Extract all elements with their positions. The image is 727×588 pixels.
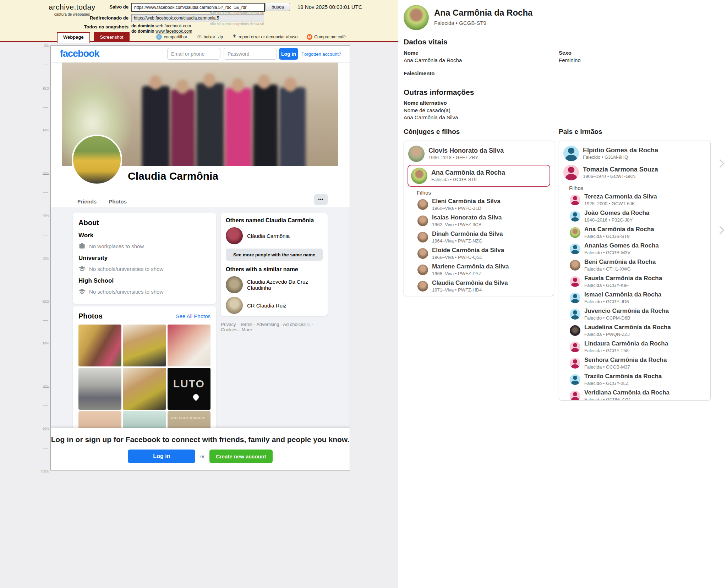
ruler-label-10[interactable]: 10% [43,86,49,89]
photo-tile-luto[interactable]: LUTO [168,368,211,410]
ruler-label-80[interactable]: 80% [43,384,49,388]
create-account-button[interactable]: Create new account [209,450,273,463]
ruler-label-20[interactable]: 20% [43,129,49,132]
photo-tile[interactable] [123,325,166,366]
person-row[interactable]: Juvencio Carmônia da RochaFalecido • GCP… [569,306,707,322]
person-row[interactable]: Claudia Azevedo Da Cruz Claudinha [226,276,323,293]
ruler-label-60[interactable]: 60% [43,299,49,303]
tab-photos[interactable]: Photos [109,196,127,207]
person-row[interactable]: Marlene Carmônia da Silva1968–Viva • PWF… [417,262,550,278]
person-row[interactable]: CR Claudia Ruiz [226,297,323,314]
facebook-footer-links[interactable]: Privacy · Terms · Advertising · Ad choic… [221,322,331,332]
person-name[interactable]: Cláudia Carmônia [247,233,290,239]
report-abuse-link[interactable]: report errar or denunciar abuso [232,34,297,40]
person-name[interactable]: Trazilo Carmônia da Rocha [584,373,662,380]
ruler-label-90[interactable]: 90% [43,427,49,430]
cover-face [232,78,244,92]
person-portrait[interactable] [404,5,429,30]
person-row[interactable]: Dinah Carmônia da Silva1964–Viva • PWFZ-… [417,229,550,245]
person-name[interactable]: CR Claudia Ruiz [247,303,286,309]
chevron-right-icon[interactable] [716,226,724,234]
profile-photo[interactable] [72,135,122,185]
person-name[interactable]: Claudia Carmônia da Silva [432,279,508,287]
login-button[interactable]: Log in [279,48,298,60]
person-name[interactable]: Ananias Gomes da Rocha [584,242,659,249]
see-all-photos-link[interactable]: See All Photos [176,313,211,319]
ruler-tick [43,150,48,150]
person-row[interactable]: Laudelina Carmônia da RochaFalecida • PW… [569,322,707,339]
person-name[interactable]: Isaias Honorato da Silva [432,214,502,221]
person-name[interactable]: Clovis Honorato da Silva [428,147,504,154]
person-row[interactable]: Eleni Carmônia da Silva1960–Viva • PWFC-… [417,196,550,213]
facebook-logo[interactable]: facebook [60,48,99,59]
person-row[interactable]: Cláudia Carmônia [226,227,323,244]
person-name[interactable]: Ismael Carmônia da Rocha [584,291,661,298]
photo-tile[interactable] [78,368,121,410]
chevron-right-icon[interactable] [716,159,724,168]
person-row[interactable]: João Gomes da Rocha1940–2016 • P32C-J8Y [569,208,707,224]
person-name[interactable]: Tomazia Carmona Souza [583,166,658,173]
domain-link-www[interactable]: www.facebook.com [155,29,192,34]
person-name[interactable]: Veridiana Carmônia da Rocha [584,389,669,396]
email-field[interactable] [167,48,220,60]
photo-tile[interactable] [78,325,121,366]
person-row[interactable]: Tomazia Carmona Souza1906–1970 • GCWT-GK… [563,163,707,182]
ruler-label-0[interactable]: 0% [44,43,49,47]
person-name[interactable]: Lindaura Carmônia da Rocha [584,340,668,347]
ruler-label-30[interactable]: 30% [43,171,49,175]
person-row[interactable]: Beni Carmônia da RochaFalecida • GTH1-XW… [569,257,707,273]
person-name[interactable]: Laudelina Carmônia da Rocha [584,324,671,331]
person-name[interactable]: Tereza Carmonia da Silva [584,193,657,200]
person-name[interactable]: Dinah Carmônia da Silva [432,230,503,238]
tab-webpage[interactable]: Webpage [57,32,90,43]
redirected-url-input[interactable] [131,14,264,22]
person-name[interactable]: Ana Carmônia da Rocha [584,226,654,233]
person-name[interactable]: João Gomes da Rocha [584,209,649,217]
person-row[interactable]: Elpidio Gomes da RochaFalecido • G31M-9H… [563,144,707,163]
person-name[interactable]: Eloide Carmônia da Silva [432,247,504,254]
archive-pane: archive.today captura de webpages Salvo … [0,0,398,588]
ruler-label-40[interactable]: 40% [43,214,49,217]
person-row[interactable]: Ananias Gomes da RochaFalecido • GCGB-M3… [569,241,707,257]
person-row[interactable]: Clovis Honorato da Silva1936–2018 • GFF7… [408,144,550,164]
person-name[interactable]: Claudia Azevedo Da Cruz Claudinha [247,279,323,291]
more-options-button[interactable]: ••• [314,194,328,205]
ruler-label-100[interactable]: 100% [41,469,49,473]
share-link[interactable]: compartilhar [156,34,187,40]
search-button[interactable]: busca [266,3,290,11]
buy-coffee-link[interactable]: M Compra me café [307,34,346,40]
photo-tile[interactable] [123,368,166,410]
tab-friends[interactable]: Friends [77,196,97,207]
person-name[interactable]: Elpidio Gomes da Rocha [583,147,658,154]
person-row[interactable]: Eloide Carmônia da Silva1966–Viva • PWFC… [417,245,550,262]
person-row[interactable]: Ana Carmônia da RochaFalecida • GCGB-ST9 [410,166,547,186]
see-more-button[interactable]: See more people with the same name [226,249,323,261]
person-row[interactable]: Claudia Carmônia da Silva1971–Viva • PWF… [417,278,550,294]
forgotten-account-link[interactable]: Forgotten account? [301,51,341,57]
person-row[interactable]: Lindaura Carmônia da RochaFalecida • GCG… [569,339,707,355]
person-row[interactable]: Ismael Carmônia da RochaFalecido • GCGY-… [569,290,707,306]
ruler-label-70[interactable]: 70% [43,342,49,345]
person-name[interactable]: Senhora Carmônia da Rocha [584,356,667,364]
person-name[interactable]: Eleni Carmônia da Silva [432,198,501,205]
tab-screenshot[interactable]: Screenshot [94,32,130,42]
saved-url-input[interactable] [131,3,265,12]
person-row[interactable]: Veridiana Carmônia da RochaFalecida • GC… [569,388,707,401]
domain-link-web[interactable]: web.facebook.com [155,23,191,28]
person-row[interactable]: Senhora Carmônia da RochaFalecida • GCGB… [569,355,707,371]
person-row[interactable]: Trazilo Carmônia da RochaFalecido • GCGY… [569,371,707,388]
banner-login-button[interactable]: Log in [128,450,195,463]
person-row[interactable]: Tereza Carmonia da Silva1925–2000 • GCWT… [569,192,707,208]
person-name[interactable]: Fausta Carmônia da Rocha [584,275,662,282]
photo-tile[interactable] [168,325,211,366]
person-name[interactable]: Marlene Carmônia da Silva [432,263,509,270]
password-field[interactable] [224,48,277,60]
person-name[interactable]: Ana Carmônia da Rocha [431,169,505,176]
person-name[interactable]: Juvencio Carmônia da Rocha [584,307,669,315]
person-row[interactable]: Isaias Honorato da Silva1962–Vivo • PWFZ… [417,213,550,229]
person-row[interactable]: Ana Carmônia da RochaFalecida • GCGB-ST9 [569,224,707,241]
person-name[interactable]: Beni Carmônia da Rocha [584,258,656,266]
ruler-label-50[interactable]: 50% [43,256,49,260]
download-zip-link[interactable]: baixar .zip [197,34,223,40]
person-row[interactable]: Fausta Carmônia da RochaFalecida • GCGY-… [569,273,707,290]
